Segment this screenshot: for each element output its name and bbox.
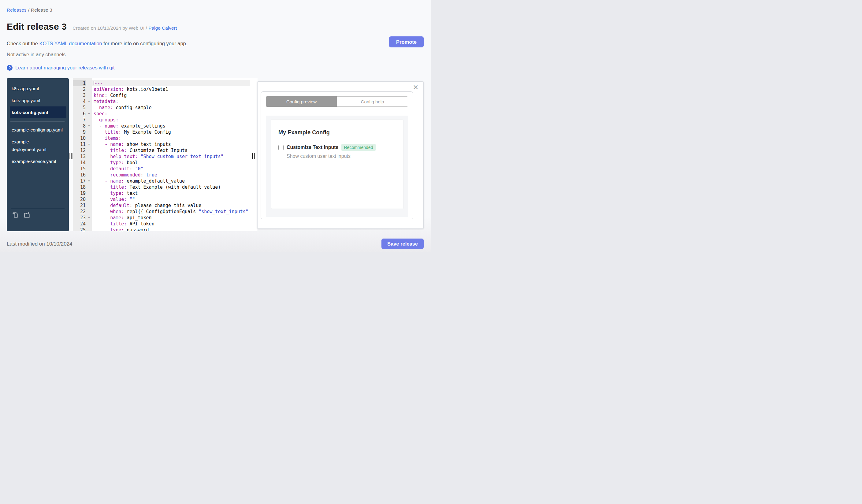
fold-gutter	[86, 154, 92, 160]
code-line[interactable]: 18 title: Text Example (with default val…	[73, 184, 250, 190]
code-line[interactable]: 16 recommended: true	[73, 172, 250, 178]
code-text: title: My Example Config	[92, 129, 250, 135]
code-text: when: repl{{ ConfigOptionEquals "show_te…	[92, 209, 250, 215]
code-line[interactable]: 22 when: repl{{ ConfigOptionEquals "show…	[73, 209, 250, 215]
code-text: - name: show_text_inputs	[92, 141, 250, 147]
code-line[interactable]: 19 type: text	[73, 190, 250, 196]
last-modified-text: Last modified on 10/10/2024	[7, 241, 73, 247]
code-line[interactable]: 23▼ - name: api_token	[73, 215, 250, 221]
code-text: spec:	[92, 111, 250, 117]
fold-arrow-icon[interactable]: ▼	[86, 215, 92, 221]
line-number: 18	[73, 184, 86, 190]
file-tree-divider	[10, 121, 65, 121]
fold-gutter	[86, 209, 92, 215]
fold-gutter	[86, 166, 92, 172]
code-line[interactable]: 13 help_text: "Show custom user text inp…	[73, 154, 250, 160]
fold-gutter	[86, 117, 92, 123]
save-release-button[interactable]: Save release	[381, 239, 424, 249]
breadcrumb-releases-link[interactable]: Releases	[7, 7, 27, 13]
fold-gutter	[86, 105, 92, 111]
file-tree-item[interactable]: example-service.yaml	[10, 155, 66, 167]
code-text: apiVersion: kots.io/v1beta1	[92, 86, 250, 92]
tab-config-preview[interactable]: Config preview	[266, 96, 337, 107]
code-line[interactable]: 24 title: API token	[73, 221, 250, 227]
tab-config-help[interactable]: Config help	[337, 96, 408, 107]
fold-arrow-icon[interactable]: ▼	[86, 111, 92, 117]
created-info: Created on 10/10/2024 by Web UI / Paige …	[73, 25, 177, 31]
code-line[interactable]: 4▼metadata:	[73, 98, 250, 105]
config-group-title: My Example Config	[278, 129, 397, 136]
config-item-label: Customize Text Inputs	[287, 145, 339, 150]
kots-yaml-docs-link[interactable]: KOTS YAML documentation	[39, 41, 102, 46]
line-number: 10	[73, 135, 86, 141]
edit-release-page: Releases/Release 3 Edit release 3 Create…	[0, 0, 431, 252]
line-number: 8	[73, 123, 86, 129]
code-line[interactable]: 11▼ - name: show_text_inputs	[73, 141, 250, 147]
code-text: ---	[92, 80, 250, 86]
file-tree-item[interactable]: example-configmap.yaml	[10, 124, 66, 136]
fold-arrow-icon[interactable]: ▼	[86, 141, 92, 147]
code-text: - name: api_token	[92, 215, 250, 221]
code-line[interactable]: 15 default: "0"	[73, 166, 250, 172]
code-line[interactable]: 8▼ - name: example_settings	[73, 123, 250, 129]
preview-drag-handle[interactable]	[252, 153, 255, 159]
line-number: 14	[73, 160, 86, 166]
code-text: groups:	[92, 117, 250, 123]
code-line[interactable]: 25 type: password	[73, 227, 250, 231]
config-preview-card: Config previewConfig help My Example Con…	[261, 91, 413, 219]
question-icon: ?	[7, 65, 13, 71]
file-tree-sidebar: k8s-app.yamlkots-app.yamlkots-config.yam…	[7, 78, 69, 231]
fold-arrow-icon[interactable]: ▼	[86, 178, 92, 184]
line-number: 1	[73, 80, 86, 86]
add-folder-icon[interactable]	[23, 211, 30, 220]
file-tree-item[interactable]: example-deployment.yaml	[10, 136, 66, 155]
fold-gutter	[86, 190, 92, 196]
fold-arrow-icon[interactable]: ▼	[86, 98, 92, 105]
code-line[interactable]: 21 default: please change this value	[73, 202, 250, 209]
config-item-checkbox[interactable]	[278, 145, 284, 150]
code-line[interactable]: 17▼ - name: example_default_value	[73, 178, 250, 184]
code-line[interactable]: 14 type: bool	[73, 160, 250, 166]
git-releases-link[interactable]: Learn about managing your releases with …	[15, 65, 115, 71]
text-cursor	[94, 81, 94, 85]
line-number: 17	[73, 178, 86, 184]
file-tree-item[interactable]: kots-config.yaml	[10, 106, 66, 118]
code-text: value: ""	[92, 196, 250, 202]
add-file-icon[interactable]	[12, 211, 19, 220]
yaml-editor[interactable]: 1---2apiVersion: kots.io/v1beta13kind: C…	[73, 78, 250, 231]
code-line[interactable]: 20 value: ""	[73, 196, 250, 202]
promote-button[interactable]: Promote	[389, 36, 424, 48]
code-line[interactable]: 5 name: config-sample	[73, 105, 250, 111]
code-line[interactable]: 9 title: My Example Config	[73, 129, 250, 135]
line-number: 23	[73, 215, 86, 221]
close-icon[interactable]: ✕	[413, 83, 418, 92]
created-by-link[interactable]: Paige Calvert	[148, 25, 177, 30]
code-line[interactable]: 10 items:	[73, 135, 250, 141]
code-line[interactable]: 2apiVersion: kots.io/v1beta1	[73, 86, 250, 92]
rendered-config-card: My Example Config Customize Text Inputs …	[271, 120, 403, 209]
line-number: 22	[73, 209, 86, 215]
code-line[interactable]: 7 groups:	[73, 117, 250, 123]
fold-gutter	[86, 184, 92, 190]
line-number: 19	[73, 190, 86, 196]
fold-arrow-icon[interactable]: ▼	[86, 123, 92, 129]
breadcrumb: Releases/Release 3	[7, 7, 52, 13]
code-text: - name: example_default_value	[92, 178, 250, 184]
code-text: default: "0"	[92, 166, 250, 172]
code-line[interactable]: 6▼spec:	[73, 111, 250, 117]
line-number: 3	[73, 92, 86, 98]
code-line[interactable]: 1---	[73, 80, 250, 86]
code-line[interactable]: 3kind: Config	[73, 92, 250, 98]
sidebar-drag-handle[interactable]	[69, 153, 72, 159]
line-number: 2	[73, 86, 86, 92]
docs-hint-after: for more info on configuring your app.	[102, 41, 187, 46]
file-tree-item[interactable]: kots-app.yaml	[10, 94, 66, 106]
file-tree-item[interactable]: k8s-app.yaml	[10, 82, 66, 94]
code-text: name: config-sample	[92, 105, 250, 111]
code-line[interactable]: 12 title: Customize Text Inputs	[73, 147, 250, 154]
code-text: kind: Config	[92, 92, 250, 98]
editor-resize-strip	[250, 78, 257, 231]
code-text: default: please change this value	[92, 202, 250, 209]
code-text: type: bool	[92, 160, 250, 166]
channel-status: Not active in any channels	[7, 52, 66, 57]
